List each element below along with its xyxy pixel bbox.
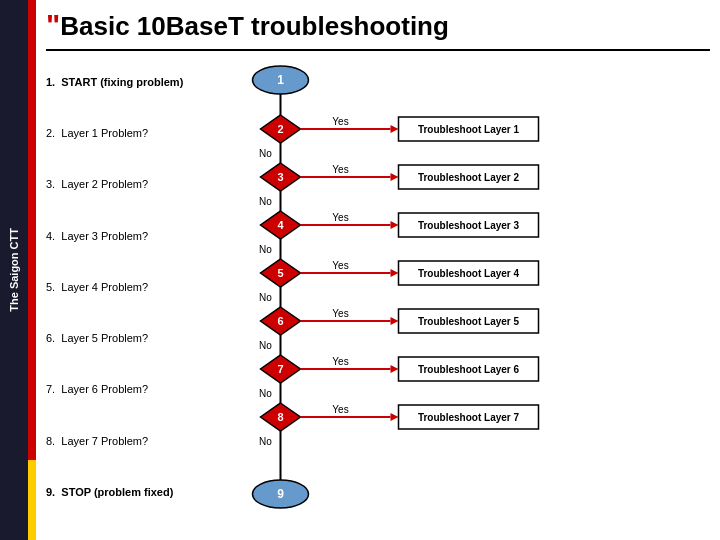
svg-marker-14 [391, 173, 399, 181]
svg-text:Yes: Yes [332, 404, 348, 415]
svg-text:No: No [259, 244, 272, 255]
steps-column: 1. START (fixing problem) 2. Layer 1 Pro… [46, 57, 221, 517]
svg-marker-6 [391, 125, 399, 133]
svg-text:6: 6 [277, 315, 283, 327]
svg-text:Yes: Yes [332, 308, 348, 319]
svg-text:8: 8 [277, 411, 283, 423]
sidebar: The Saigon CTT [0, 0, 28, 540]
step-9: 9. STOP (problem fixed) [46, 469, 221, 515]
step-5: 5. Layer 4 Problem? [46, 264, 221, 310]
yellow-accent-bar [28, 460, 36, 540]
svg-marker-30 [391, 269, 399, 277]
svg-text:1: 1 [277, 73, 284, 87]
svg-marker-38 [391, 317, 399, 325]
svg-text:No: No [259, 196, 272, 207]
svg-text:No: No [259, 292, 272, 303]
title-divider [46, 49, 710, 51]
step-2: 2. Layer 1 Problem? [46, 110, 221, 156]
red-accent-bar [28, 0, 36, 540]
svg-text:Troubleshoot Layer 2: Troubleshoot Layer 2 [418, 172, 520, 183]
svg-text:7: 7 [277, 363, 283, 375]
step-1: 1. START (fixing problem) [46, 59, 221, 105]
step-8: 8. Layer 7 Problem? [46, 418, 221, 464]
svg-text:3: 3 [277, 171, 283, 183]
svg-text:Troubleshoot Layer 6: Troubleshoot Layer 6 [418, 364, 520, 375]
title-quote: " [46, 8, 60, 41]
svg-text:No: No [259, 436, 272, 447]
step-3: 3. Layer 2 Problem? [46, 162, 221, 208]
svg-text:Yes: Yes [332, 116, 348, 127]
svg-text:No: No [259, 340, 272, 351]
sidebar-label: The Saigon CTT [8, 228, 20, 312]
svg-text:Troubleshoot Layer 1: Troubleshoot Layer 1 [418, 124, 520, 135]
flowchart-svg: 1 2 Yes Troubleshoot Layer 1 No 3 Yes [221, 57, 710, 517]
svg-text:No: No [259, 388, 272, 399]
svg-text:Troubleshoot Layer 4: Troubleshoot Layer 4 [418, 268, 520, 279]
svg-marker-54 [391, 413, 399, 421]
step-6: 6. Layer 5 Problem? [46, 315, 221, 361]
svg-text:Yes: Yes [332, 164, 348, 175]
svg-marker-46 [391, 365, 399, 373]
diagram-column: 1 2 Yes Troubleshoot Layer 1 No 3 Yes [221, 57, 710, 517]
svg-text:9: 9 [277, 487, 284, 501]
flowchart-container: 1. START (fixing problem) 2. Layer 1 Pro… [46, 57, 710, 517]
svg-text:5: 5 [277, 267, 283, 279]
svg-text:Troubleshoot Layer 7: Troubleshoot Layer 7 [418, 412, 520, 423]
svg-text:Yes: Yes [332, 356, 348, 367]
svg-text:2: 2 [277, 123, 283, 135]
title-text: Basic 10BaseT troubleshooting [60, 11, 449, 41]
svg-text:No: No [259, 148, 272, 159]
main-content: "Basic 10BaseT troubleshooting 1. START … [36, 0, 720, 540]
svg-text:4: 4 [277, 219, 284, 231]
svg-text:Troubleshoot Layer 5: Troubleshoot Layer 5 [418, 316, 520, 327]
page-title: "Basic 10BaseT troubleshooting [46, 8, 710, 41]
step-7: 7. Layer 6 Problem? [46, 367, 221, 413]
svg-marker-22 [391, 221, 399, 229]
svg-text:Yes: Yes [332, 260, 348, 271]
step-4: 4. Layer 3 Problem? [46, 213, 221, 259]
svg-text:Yes: Yes [332, 212, 348, 223]
svg-text:Troubleshoot Layer 3: Troubleshoot Layer 3 [418, 220, 520, 231]
